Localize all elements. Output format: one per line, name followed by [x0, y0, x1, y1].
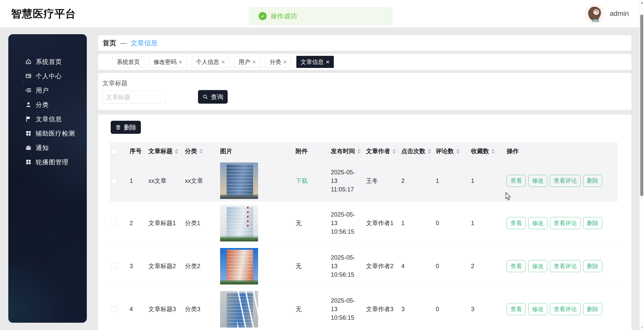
- edit-button[interactable]: 修改: [528, 303, 547, 315]
- sidebar-item-轮播图管理[interactable]: 轮播图管理: [8, 157, 87, 167]
- sort-arrows-icon[interactable]: [392, 149, 396, 154]
- user-menu[interactable]: admin: [585, 4, 629, 24]
- tab-修改密码[interactable]: 修改密码×: [149, 56, 187, 68]
- download-link[interactable]: 下载: [296, 177, 308, 185]
- row-checkbox[interactable]: [111, 178, 117, 184]
- attachment-none: 无: [296, 305, 302, 313]
- cell-author-value: 文章作者2: [366, 262, 393, 270]
- view-button[interactable]: 查看: [507, 260, 526, 272]
- close-icon[interactable]: ×: [221, 59, 225, 65]
- close-icon[interactable]: ×: [283, 59, 287, 65]
- sidebar-item-分类[interactable]: 分类: [8, 99, 87, 110]
- home-icon: [25, 58, 32, 65]
- breadcrumb-home[interactable]: 首页: [103, 38, 116, 48]
- row-checkbox[interactable]: [111, 220, 117, 226]
- view-comments-button[interactable]: 查看评论: [550, 175, 581, 187]
- sidebar-item-通知[interactable]: 通知: [8, 142, 87, 153]
- delete-row-button[interactable]: 删除: [583, 175, 602, 187]
- cell-clicks-value: 2: [401, 177, 405, 184]
- delete-row-button[interactable]: 删除: [583, 260, 602, 272]
- header-cell-操作: 操作: [502, 147, 618, 155]
- close-icon[interactable]: ×: [179, 59, 182, 65]
- search-icon: [202, 94, 208, 100]
- edit-button[interactable]: 修改: [528, 175, 547, 187]
- view-button[interactable]: 查看: [507, 303, 526, 315]
- delete-row-button[interactable]: 删除: [583, 303, 602, 315]
- row-checkbox[interactable]: [111, 306, 117, 312]
- cell-clicks-value: 4: [401, 263, 405, 270]
- sort-arrows-icon[interactable]: [491, 149, 495, 154]
- cell-actions: 查看修改查看评论删除: [502, 175, 618, 187]
- scroll-down-arrow[interactable]: ▼: [640, 326, 644, 329]
- cell-author: 文章作者3: [361, 305, 397, 313]
- column-label: 文章作者: [366, 147, 390, 155]
- attachment-none: 无: [296, 219, 302, 227]
- breadcrumb-current[interactable]: 文章信息: [131, 38, 158, 48]
- query-button[interactable]: 查询: [198, 90, 228, 104]
- cell-title-value: 文章标题3: [148, 305, 176, 313]
- view-button[interactable]: 查看: [507, 175, 526, 187]
- header-cell-点击次数: 点击次数: [397, 147, 431, 155]
- sidebar-item-用户[interactable]: 用户: [8, 85, 87, 96]
- cell-comments-value: 0: [436, 306, 439, 313]
- hospital-day-photo: [220, 205, 258, 241]
- article-title-input[interactable]: [102, 91, 166, 104]
- close-icon[interactable]: ×: [252, 59, 256, 65]
- sort-arrows-icon[interactable]: [175, 149, 178, 154]
- toast-message: 操作成功: [271, 12, 297, 21]
- cell-clicks: 2: [397, 177, 431, 184]
- table-header-row: 序号文章标题分类图片附件发布时间文章作者点击次数评论数收藏数操作: [110, 142, 618, 160]
- row-checkbox[interactable]: [111, 263, 117, 269]
- scroll-up-arrow[interactable]: ▲: [640, 1, 644, 4]
- tab-label: 修改密码: [153, 58, 177, 66]
- edit-button[interactable]: 修改: [528, 217, 547, 229]
- header-cell-图片: 图片: [216, 147, 291, 155]
- select-all-checkbox[interactable]: [111, 148, 117, 154]
- sidebar-item-label: 通知: [36, 144, 49, 152]
- article-table-panel: 删除 序号文章标题分类图片附件发布时间文章作者点击次数评论数收藏数操作1xx文章…: [98, 114, 631, 330]
- sidebar-item-辅助医疗检测[interactable]: 辅助医疗检测: [8, 128, 87, 139]
- cell-publish-time: 2025-05-13 10:56:15: [326, 296, 361, 322]
- header-cell-文章作者: 文章作者: [361, 147, 397, 155]
- sort-arrows-icon[interactable]: [428, 149, 431, 154]
- cell-author-value: 文章作者1: [366, 219, 393, 227]
- sidebar-item-个人中心[interactable]: 个人中心: [8, 71, 87, 81]
- sort-arrows-icon[interactable]: [199, 149, 203, 154]
- tab-个人信息[interactable]: 个人信息×: [192, 56, 229, 68]
- avatar[interactable]: [585, 4, 604, 23]
- sidebar-item-label: 文章信息: [36, 115, 62, 123]
- cell-title: 文章标题3: [144, 305, 180, 313]
- column-label: 评论数: [436, 147, 454, 155]
- sort-arrows-icon[interactable]: [357, 149, 361, 154]
- delete-row-button[interactable]: 删除: [583, 217, 602, 229]
- edit-button[interactable]: 修改: [528, 260, 547, 272]
- cell-publish-time: 2025-05-13 10:56:15: [326, 210, 361, 236]
- cell-image: [216, 162, 291, 199]
- tab-分类[interactable]: 分类×: [265, 56, 291, 68]
- sidebar-item-label: 系统首页: [36, 58, 62, 66]
- view-comments-button[interactable]: 查看评论: [550, 303, 581, 315]
- tab-文章信息[interactable]: 文章信息×: [296, 56, 334, 68]
- delete-button[interactable]: 删除: [111, 121, 141, 134]
- view-comments-button[interactable]: 查看评论: [550, 260, 581, 272]
- sidebar-item-label: 辅助医疗检测: [36, 129, 75, 138]
- column-label: 收藏数: [471, 147, 489, 155]
- cell-index: 2: [125, 220, 144, 227]
- close-icon[interactable]: ×: [326, 59, 330, 65]
- cell-index: 1: [125, 177, 144, 184]
- scrollbar-thumb[interactable]: [640, 15, 643, 196]
- vertical-scrollbar[interactable]: ▲ ▼: [639, 0, 644, 330]
- sidebar-item-文章信息[interactable]: 文章信息: [8, 114, 87, 124]
- header-cell-收藏数: 收藏数: [466, 147, 502, 155]
- sidebar-item-系统首页[interactable]: 系统首页: [8, 56, 87, 67]
- cell-category-value: 分类2: [185, 262, 200, 270]
- article-table: 序号文章标题分类图片附件发布时间文章作者点击次数评论数收藏数操作1xx文章xx文…: [110, 142, 618, 330]
- cell-favorites: 3: [466, 306, 502, 313]
- sort-arrows-icon[interactable]: [456, 149, 460, 154]
- tab-用户[interactable]: 用户×: [234, 56, 260, 68]
- header-cell-select: [110, 148, 125, 154]
- view-button[interactable]: 查看: [507, 217, 526, 229]
- view-comments-button[interactable]: 查看评论: [550, 217, 581, 229]
- cell-index-value: 3: [130, 263, 133, 270]
- tab-系统首页[interactable]: 系统首页: [112, 56, 144, 68]
